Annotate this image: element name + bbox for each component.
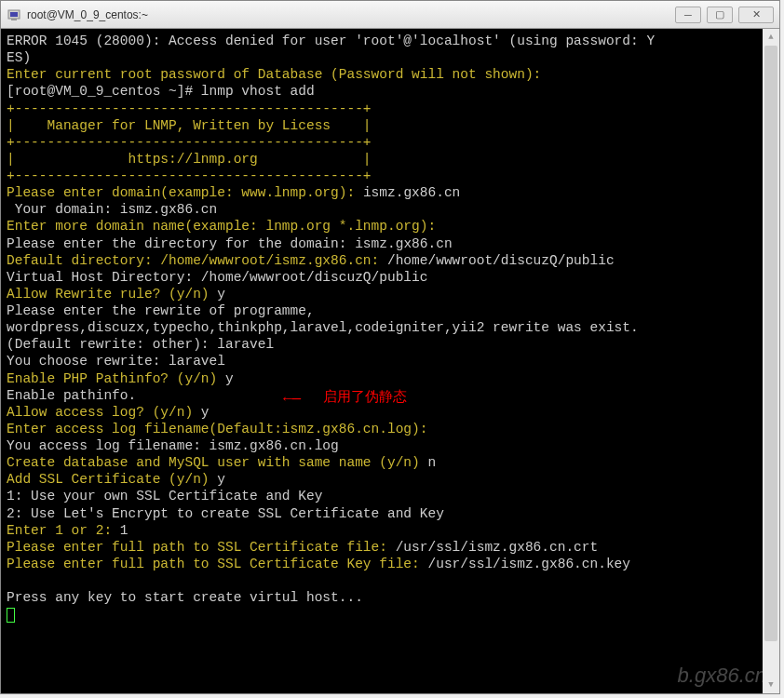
terminal-body[interactable]: ERROR 1045 (28000): Access denied for us… <box>1 29 779 693</box>
line-default-dir: Default directory: /home/wwwroot/ismz.gx… <box>7 253 387 268</box>
scroll-up-button[interactable]: ▲ <box>763 29 779 46</box>
input-createdb: n <box>427 455 436 470</box>
line-box: +---------------------------------------… <box>7 101 372 116</box>
line-createdb-q: Create database and MySQL user with same… <box>7 455 427 470</box>
line-ssl-key: Please enter full path to SSL Certificat… <box>7 557 427 571</box>
line-enter-dir: Please enter the directory for the domai… <box>7 236 355 251</box>
line-enter-dir-val: ismz.gx86.cn <box>355 236 452 251</box>
line-ssl-q: Add SSL Certificate (y/n) <box>7 472 217 487</box>
input-ssl-crt: /usr/ssl/ismz.gx86.cn.crt <box>396 540 599 555</box>
line-rewrite-prog: Please enter the rewrite of programme, <box>7 303 315 318</box>
maximize-button[interactable]: ▢ <box>707 7 733 23</box>
scroll-thumb[interactable] <box>764 46 777 641</box>
line-ssl-opt1: 1: Use your own SSL Certificate and Key <box>7 489 322 503</box>
minimize-button[interactable]: ─ <box>675 7 701 23</box>
line-accesslog-name: Enter access log filename(Default:ismz.g… <box>7 422 427 436</box>
annotation-arrow: ←— <box>283 390 301 409</box>
line-ssl-choice: Enter 1 or 2: <box>7 523 120 538</box>
input-domain: ismz.gx86.cn <box>363 185 460 200</box>
line-accesslog-file: You access log filename: ismz.gx86.cn.lo… <box>7 438 339 453</box>
line-shell-prompt: [root@VM_0_9_centos ~]# <box>7 84 201 99</box>
line-more-domain: Enter more domain name(example: lnmp.org… <box>7 219 436 234</box>
cursor <box>7 608 15 623</box>
line-box: | https://lnmp.org | <box>7 152 372 167</box>
terminal-window: root@VM_0_9_centos:~ ─ ▢ ✕ ERROR 1045 (2… <box>0 0 780 694</box>
input-ssl: y <box>217 472 225 487</box>
line-your-domain: Your domain: ismz.gx86.cn <box>7 202 217 217</box>
line-error: ERROR 1045 (28000): Access denied for us… <box>7 34 655 48</box>
line-press-key: Press any key to start create virtul hos… <box>7 590 363 605</box>
watermark: b.gx86.cn <box>678 663 766 689</box>
line-prompt-password: Enter current root password of Database … <box>7 67 541 82</box>
line-rewrite-default: (Default rewrite: other): <box>7 337 217 352</box>
putty-icon <box>7 7 21 22</box>
scrollbar[interactable]: ▲ ▼ <box>763 29 779 693</box>
line-ssl-opt2: 2: Use Let's Encrypt to create SSL Certi… <box>7 506 444 521</box>
line-error2: ES) <box>7 50 31 65</box>
annotation-text: 启用了伪静态 <box>323 388 407 406</box>
line-ssl-crt: Please enter full path to SSL Certificat… <box>7 540 396 555</box>
close-button[interactable]: ✕ <box>738 7 774 23</box>
line-command: lnmp vhost add <box>201 84 315 99</box>
line-box: | Manager for LNMP, Written by Licess | <box>7 118 372 133</box>
line-rewrite-list: wordpress,discuzx,typecho,thinkphp,larav… <box>7 320 639 335</box>
line-accesslog-q: Allow access log? (y/n) <box>7 405 201 420</box>
input-pathinfo: y <box>225 371 234 386</box>
scroll-down-button[interactable]: ▼ <box>763 677 779 693</box>
input-ssl-choice: 1 <box>120 523 128 538</box>
input-rewrite: y <box>217 287 225 302</box>
line-enter-domain: Please enter domain(example: www.lnmp.or… <box>7 185 363 200</box>
input-ssl-key: /usr/ssl/ismz.gx86.cn.key <box>427 557 630 571</box>
line-box: +---------------------------------------… <box>7 168 372 183</box>
line-box: +---------------------------------------… <box>7 135 372 150</box>
svg-rect-1 <box>10 12 18 17</box>
titlebar[interactable]: root@VM_0_9_centos:~ ─ ▢ ✕ <box>1 1 779 29</box>
window-buttons: ─ ▢ ✕ <box>675 7 774 23</box>
line-rewrite-chosen: You choose rewrite: laravel <box>7 354 225 369</box>
input-rewrite-name: laravel <box>217 337 274 352</box>
line-pathinfo-q: Enable PHP Pathinfo? (y/n) <box>7 371 225 386</box>
input-accesslog: y <box>201 405 210 420</box>
line-pathinfo-en: Enable pathinfo. <box>7 388 136 403</box>
line-vhost-dir: Virtual Host Directory: /home/wwwroot/di… <box>7 270 427 285</box>
svg-rect-2 <box>11 19 17 20</box>
line-rewrite-q: Allow Rewrite rule? (y/n) <box>7 287 217 302</box>
input-dir: /home/wwwroot/discuzQ/public <box>387 253 615 268</box>
window-title: root@VM_0_9_centos:~ <box>27 8 675 21</box>
